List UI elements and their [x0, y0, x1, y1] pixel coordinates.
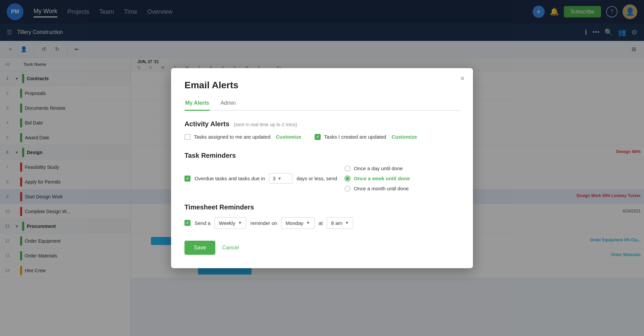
alert-assigned-checkbox[interactable] — [184, 134, 191, 140]
modal-close-button[interactable]: × — [460, 75, 465, 82]
tab-admin[interactable]: Admin — [220, 97, 236, 110]
save-button[interactable]: Save — [184, 241, 215, 255]
radio-once-month[interactable]: Once a month until done — [344, 186, 410, 192]
alert-item-assigned: Tasks assigned to me are updated Customi… — [184, 134, 301, 140]
radio-once-month-btn[interactable] — [344, 186, 351, 192]
reminder-on-label: reminder on — [250, 220, 277, 226]
days-select[interactable]: 3 ▼ — [269, 173, 292, 184]
days-suffix: days or less, send — [297, 176, 337, 181]
frequency-value: Weekly — [219, 220, 235, 226]
radio-once-month-label: Once a month until done — [354, 186, 409, 191]
alert-item-created: Tasks I created are updated Customize — [315, 134, 417, 140]
email-alerts-modal: × Email Alerts My Alerts Admin Activity … — [171, 68, 473, 268]
modal-footer: Save Cancel — [184, 241, 460, 255]
tab-my-alerts[interactable]: My Alerts — [184, 97, 210, 110]
modal-title: Email Alerts — [184, 80, 460, 91]
activity-alerts-grid: Tasks assigned to me are updated Customi… — [184, 134, 460, 140]
radio-once-day-btn[interactable] — [344, 165, 351, 172]
task-reminders-row: Overdue tasks and tasks due in 3 ▼ days … — [184, 165, 460, 192]
days-value: 3 — [273, 176, 275, 181]
time-value: 8 am — [331, 220, 342, 226]
send-label: Send a — [195, 220, 211, 226]
radio-once-day[interactable]: Once a day until done — [344, 165, 410, 172]
activity-alerts-section: Activity Alerts (sent in real time up to… — [184, 120, 460, 140]
activity-alerts-subtitle: (sent in real time up to 2 mins) — [234, 122, 297, 127]
alert-created-label: Tasks I created are updated — [324, 134, 386, 140]
frequency-select[interactable]: Weekly ▼ — [215, 217, 247, 229]
timesheet-reminders-title: Timesheet Reminders — [184, 203, 460, 211]
alert-assigned-label: Tasks assigned to me are updated — [194, 134, 270, 140]
radio-once-week-btn[interactable] — [344, 176, 351, 182]
alert-created-checkbox[interactable] — [315, 134, 321, 140]
day-value: Monday — [285, 220, 303, 226]
modal-overlay[interactable]: × Email Alerts My Alerts Admin Activity … — [0, 0, 644, 336]
modal-tabs: My Alerts Admin — [184, 97, 460, 111]
timesheet-checkbox[interactable] — [184, 220, 191, 226]
alert-created-customize[interactable]: Customize — [391, 134, 417, 140]
activity-alerts-title: Activity Alerts (sent in real time up to… — [184, 120, 460, 128]
days-dropdown-arrow: ▼ — [277, 176, 281, 181]
timesheet-reminders-section: Timesheet Reminders Send a Weekly ▼ remi… — [184, 203, 460, 229]
time-arrow: ▼ — [345, 221, 349, 225]
alert-assigned-customize[interactable]: Customize — [276, 134, 301, 140]
task-reminders-section: Task Reminders Overdue tasks and tasks d… — [184, 152, 460, 192]
send-frequency-group: Once a day until done Once a week until … — [344, 165, 410, 192]
day-select[interactable]: Monday ▼ — [281, 217, 314, 229]
overdue-prefix: Overdue tasks and tasks due in — [195, 176, 265, 181]
day-arrow: ▼ — [306, 221, 310, 225]
cancel-button[interactable]: Cancel — [222, 245, 239, 251]
task-reminders-title: Task Reminders — [184, 152, 460, 159]
at-label: at — [319, 220, 323, 226]
time-select[interactable]: 8 am ▼ — [327, 217, 353, 229]
radio-once-week[interactable]: Once a week until done — [344, 176, 410, 182]
frequency-arrow: ▼ — [238, 221, 242, 225]
task-reminders-checkbox[interactable] — [184, 176, 191, 182]
radio-once-day-label: Once a day until done — [354, 165, 403, 171]
radio-once-week-label: Once a week until done — [354, 176, 410, 181]
timesheet-row: Send a Weekly ▼ reminder on Monday ▼ at … — [184, 217, 460, 229]
